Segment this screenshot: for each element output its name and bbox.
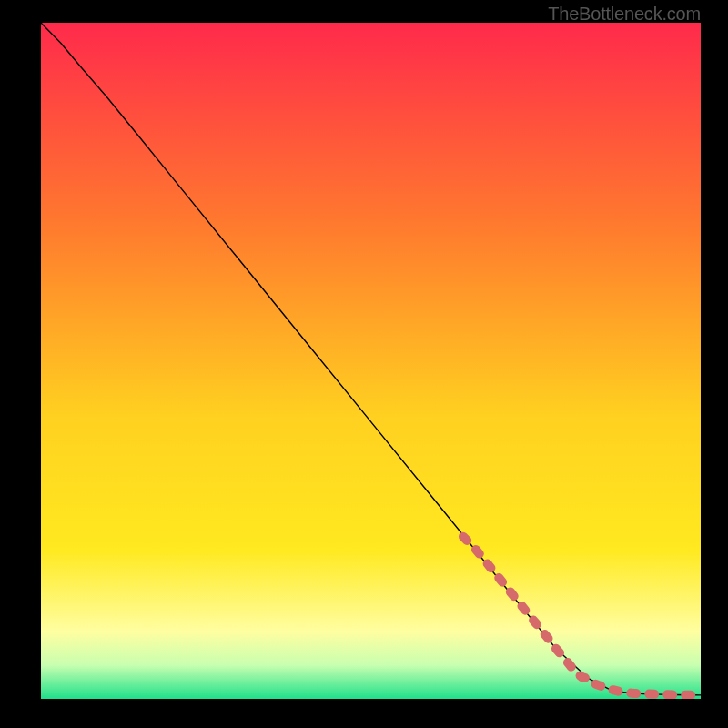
gradient-background bbox=[41, 23, 701, 699]
attribution-label: TheBottleneck.com bbox=[548, 4, 701, 25]
plot-area bbox=[41, 23, 701, 699]
chart-container: TheBottleneck.com bbox=[0, 0, 728, 728]
plot-svg bbox=[41, 23, 701, 699]
